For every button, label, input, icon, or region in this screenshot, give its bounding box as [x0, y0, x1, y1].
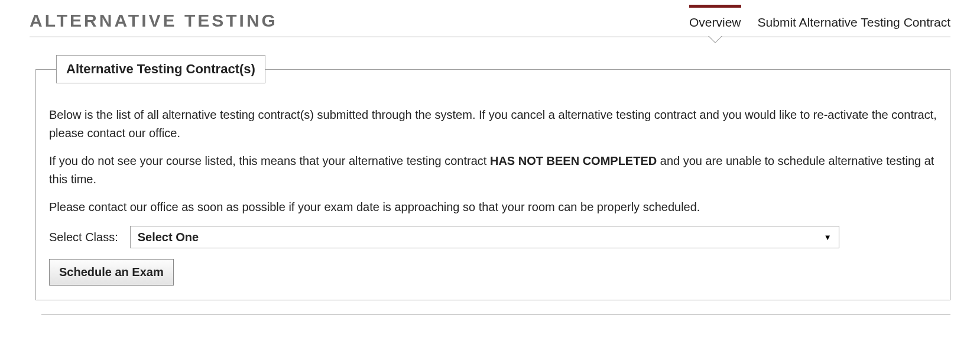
divider — [41, 315, 950, 315]
contracts-panel: Alternative Testing Contract(s) Below is… — [35, 55, 950, 300]
tab-overview[interactable]: Overview — [689, 11, 741, 31]
tabs: Overview Submit Alternative Testing Cont… — [689, 11, 950, 37]
header-row: ALTERNATIVE TESTING Overview Submit Alte… — [30, 8, 950, 37]
page-title: ALTERNATIVE TESTING — [30, 8, 278, 37]
panel-paragraph-2-pre: If you do not see your course listed, th… — [49, 154, 490, 167]
select-class-value: Select One — [138, 231, 199, 244]
panel-paragraph-2: If you do not see your course listed, th… — [49, 152, 937, 189]
panel-wrap: Alternative Testing Contract(s) Below is… — [30, 37, 950, 315]
tab-submit-contract[interactable]: Submit Alternative Testing Contract — [758, 11, 950, 31]
button-row: Schedule an Exam — [49, 259, 937, 286]
select-row: Select Class: Select One ▼ — [49, 226, 937, 248]
chevron-down-icon: ▼ — [824, 233, 832, 242]
panel-paragraph-1: Below is the list of all alternative tes… — [49, 106, 937, 142]
panel-legend: Alternative Testing Contract(s) — [56, 55, 265, 83]
panel-paragraph-2-strong: HAS NOT BEEN COMPLETED — [490, 154, 657, 167]
select-class-label: Select Class: — [49, 231, 118, 244]
schedule-exam-button[interactable]: Schedule an Exam — [49, 259, 174, 286]
panel-paragraph-3: Please contact our office as soon as pos… — [49, 198, 937, 216]
page: ALTERNATIVE TESTING Overview Submit Alte… — [0, 0, 980, 339]
select-class-dropdown[interactable]: Select One ▼ — [130, 226, 839, 248]
